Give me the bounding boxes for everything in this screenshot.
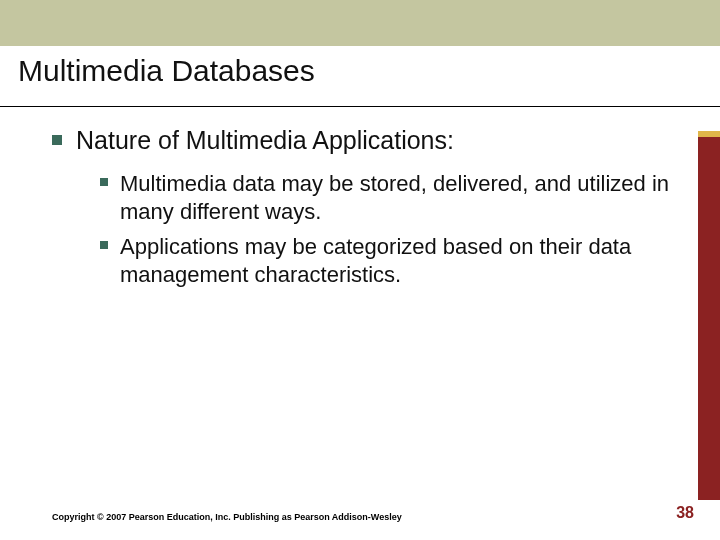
title-area: Multimedia Databases xyxy=(0,46,720,107)
level2-list: Multimedia data may be stored, delivered… xyxy=(52,166,680,289)
level1-item: Nature of Multimedia Applications: xyxy=(52,125,680,156)
level2-text: Multimedia data may be stored, delivered… xyxy=(120,170,680,226)
square-bullet-icon xyxy=(100,178,108,186)
square-bullet-icon xyxy=(100,241,108,249)
level2-item: Multimedia data may be stored, delivered… xyxy=(100,170,680,226)
level2-text: Applications may be categorized based on… xyxy=(120,233,680,289)
top-decorative-band xyxy=(0,0,720,46)
level1-text: Nature of Multimedia Applications: xyxy=(76,125,454,156)
content-area: Nature of Multimedia Applications: Multi… xyxy=(0,107,720,289)
footer: Copyright © 2007 Pearson Education, Inc.… xyxy=(0,504,720,522)
page-number: 38 xyxy=(676,504,694,522)
copyright-text: Copyright © 2007 Pearson Education, Inc.… xyxy=(52,512,402,522)
level2-item: Applications may be categorized based on… xyxy=(100,233,680,289)
square-bullet-icon xyxy=(52,135,62,145)
slide-title: Multimedia Databases xyxy=(18,54,702,88)
